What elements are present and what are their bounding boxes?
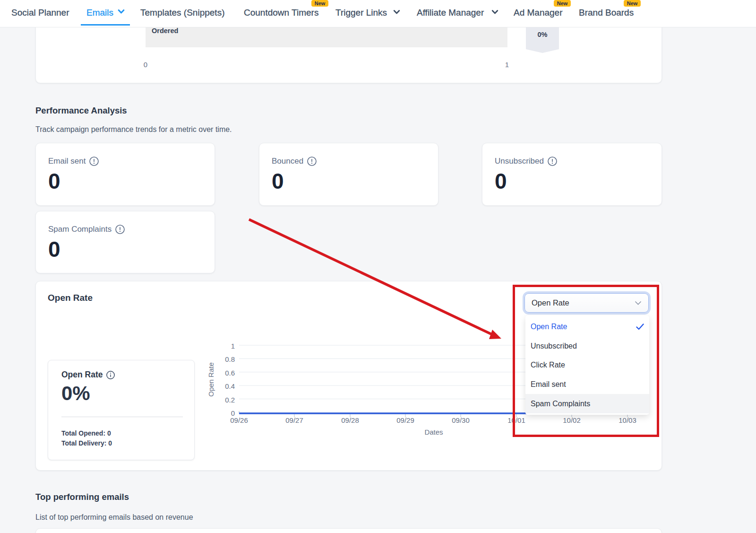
svg-text:09/27: 09/27 bbox=[285, 416, 303, 424]
svg-text:0.8: 0.8 bbox=[225, 355, 235, 363]
svg-text:09/30: 09/30 bbox=[452, 416, 470, 424]
svg-text:0.6: 0.6 bbox=[225, 369, 235, 377]
svg-text:0.4: 0.4 bbox=[225, 382, 235, 390]
svg-text:0.2: 0.2 bbox=[225, 396, 235, 404]
svg-text:Dates: Dates bbox=[424, 428, 443, 436]
svg-text:09/29: 09/29 bbox=[396, 416, 414, 424]
svg-text:09/28: 09/28 bbox=[341, 416, 359, 424]
svg-text:1: 1 bbox=[231, 342, 235, 350]
svg-text:09/26: 09/26 bbox=[230, 416, 248, 424]
